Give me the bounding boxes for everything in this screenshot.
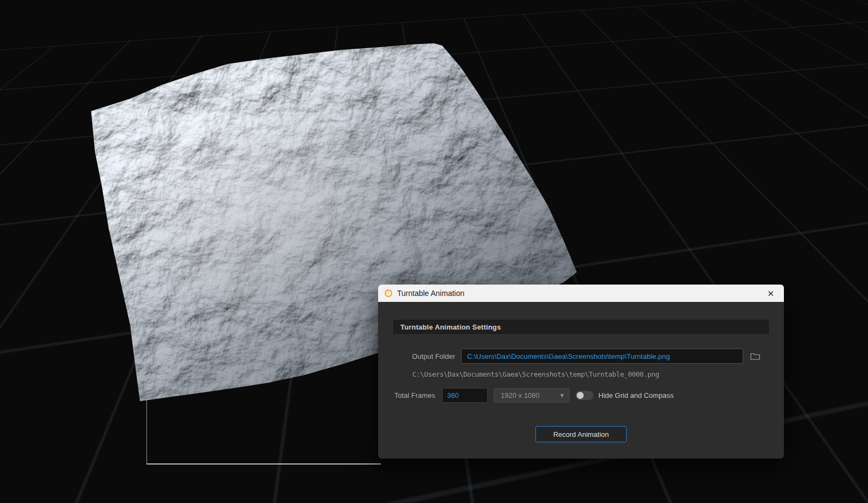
dialog-title: Turntable Animation: [397, 289, 464, 298]
close-icon[interactable]: ✕: [764, 288, 777, 299]
settings-section-title: Turntable Animation Settings: [400, 323, 501, 331]
gaea-logo-icon: [385, 289, 392, 297]
output-folder-label: Output Folder: [378, 349, 455, 364]
total-frames-label: Total Frames: [394, 388, 437, 403]
toggle-knob: [577, 392, 584, 399]
dialog-body: Turntable Animation Settings Output Fold…: [378, 302, 784, 459]
chevron-down-icon: ▼: [555, 392, 569, 398]
resolution-selected-value: 1920 x 1080: [501, 391, 540, 399]
dialog-titlebar[interactable]: Turntable Animation ✕: [378, 285, 784, 302]
folder-icon[interactable]: [750, 352, 760, 360]
turntable-animation-dialog: Turntable Animation ✕ Turntable Animatio…: [378, 285, 784, 459]
hide-grid-toggle[interactable]: [576, 391, 593, 400]
hide-grid-toggle-label: Hide Grid and Compass: [598, 388, 674, 403]
settings-section-header: Turntable Animation Settings: [393, 320, 769, 334]
grid-axis-line-vertical: [146, 399, 147, 464]
grid-axis-line-horizontal: [146, 463, 381, 465]
output-folder-input[interactable]: [461, 349, 743, 364]
output-path-preview: C:\Users\Dax\Documents\Gaea\Screenshots\…: [412, 370, 659, 378]
viewport-3d[interactable]: Turntable Animation ✕ Turntable Animatio…: [0, 0, 868, 503]
total-frames-input[interactable]: [442, 388, 488, 403]
record-animation-button[interactable]: Record Animation: [535, 426, 627, 442]
resolution-dropdown[interactable]: 1920 x 1080 ▼: [494, 388, 570, 403]
